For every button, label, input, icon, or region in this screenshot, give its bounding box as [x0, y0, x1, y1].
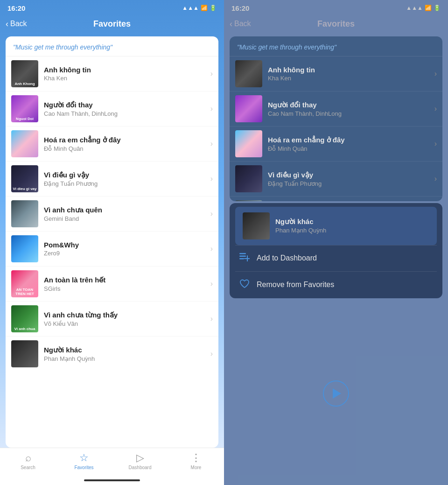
right-time: 16:20	[231, 4, 249, 12]
left-song-item[interactable]: Vì anh chưa quên Gemini Band ›	[6, 197, 218, 232]
chevron-right-icon: ›	[434, 70, 437, 78]
song-title: Anh không tin	[44, 66, 210, 74]
song-info: Vì anh chưa quên Gemini Band	[44, 206, 210, 222]
song-artist: Cao Nam Thành, DinhLong	[44, 110, 210, 117]
song-artist: Đặng Tuấn Phương	[44, 180, 210, 187]
right-song-item[interactable]: Vì anh chưa quên Gemini Band ›	[230, 197, 442, 201]
context-song-artist: Phan Mạnh Quỳnh	[275, 227, 429, 234]
search-icon: ⌕	[25, 452, 31, 464]
right-song-item[interactable]: Hoá ra em chẳng ở đây Đỗ Minh Quân ›	[230, 127, 442, 162]
chevron-right-icon: ›	[210, 350, 213, 358]
song-title: Người đổi thay	[268, 101, 434, 109]
album-art: Nguoi Doi	[11, 95, 38, 122]
song-info: An toàn là trên hết SGirls	[44, 276, 210, 292]
left-status-bar: 16:20 ▲▲▲ 📶 🔋	[0, 0, 224, 14]
signal-icon: ▲▲▲	[182, 5, 199, 11]
song-info: Pom&Why Zero9	[44, 241, 210, 257]
right-battery-icon: 🔋	[434, 5, 441, 11]
left-nav-title: Favorites	[93, 19, 131, 29]
left-back-button[interactable]: ‹ Back	[6, 19, 27, 29]
art-label: Vi anh chua	[12, 327, 37, 331]
chevron-right-icon: ›	[210, 105, 213, 113]
right-song-item[interactable]: Anh không tin Kha Ken ›	[230, 56, 442, 91]
left-nav-bar: ‹ Back Favorites	[0, 14, 224, 36]
context-song-item: Người khác Phan Mạnh Quỳnh	[235, 207, 437, 245]
favorites-icon: ☆	[79, 452, 89, 464]
left-quote-banner: "Music get me through everything"	[6, 36, 218, 56]
tab-more[interactable]: ⋮ More	[168, 452, 224, 470]
tab-more-label: More	[191, 465, 202, 470]
song-artist: Phan Mạnh Quỳnh	[44, 355, 210, 362]
album-art	[235, 95, 262, 122]
left-song-list: Anh Khong Anh không tin Kha Ken › Nguoi …	[6, 56, 218, 448]
add-dashboard-label: Add to Dashboard	[257, 254, 317, 262]
song-artist: Đỗ Minh Quân	[268, 145, 434, 152]
art-label: Anh Khong	[12, 82, 37, 86]
svg-rect-0	[239, 253, 246, 254]
play-button[interactable]	[323, 380, 349, 407]
play-triangle-icon	[333, 388, 341, 399]
art-label: AN TOAN TREN HET	[12, 288, 37, 296]
art-label: Nguoi Doi	[12, 117, 37, 121]
svg-rect-2	[239, 258, 244, 260]
song-info: Vì điều gì vậy Đặng Tuấn Phương	[44, 171, 210, 187]
chevron-right-icon: ›	[434, 175, 437, 183]
tab-indicator	[84, 479, 140, 481]
left-status-icons: ▲▲▲ 📶 🔋	[182, 5, 217, 11]
left-content-card: "Music get me through everything" Anh Kh…	[6, 36, 218, 448]
right-wifi-icon: 📶	[425, 5, 432, 11]
left-time: 16:20	[7, 4, 25, 12]
song-info: Người đổi thay Cao Nam Thành, DinhLong	[44, 101, 210, 117]
song-info: Người khác Phan Mạnh Quỳnh	[44, 346, 210, 362]
right-song-item[interactable]: Vì điều gì vậy Đặng Tuấn Phương ›	[230, 162, 442, 197]
context-song-info: Người khác Phan Mạnh Quỳnh	[275, 218, 429, 234]
tab-dashboard-label: Dashboard	[129, 465, 152, 470]
left-song-item[interactable]: AN TOAN TREN HET An toàn là trên hết SGi…	[6, 267, 218, 302]
left-song-item[interactable]: Anh Khong Anh không tin Kha Ken ›	[6, 56, 218, 91]
more-icon: ⋮	[191, 452, 201, 464]
left-song-item[interactable]: Hoá ra em chẳng ở đây Đỗ Minh Quân ›	[6, 127, 218, 162]
left-song-item[interactable]: Pom&Why Zero9 ›	[6, 232, 218, 267]
song-title: An toàn là trên hết	[44, 276, 210, 284]
right-back-button[interactable]: ‹ Back	[230, 19, 251, 29]
song-title: Hoá ra em chẳng ở đây	[44, 136, 210, 144]
tab-favorites[interactable]: ☆ Favorites	[56, 452, 112, 470]
chevron-right-icon: ›	[210, 210, 213, 218]
playlist-icon	[239, 253, 250, 264]
bottom-play-area	[224, 302, 448, 485]
chevron-right-icon: ›	[210, 70, 213, 78]
song-title: Vì điều gì vậy	[44, 171, 210, 179]
tab-favorites-label: Favorites	[74, 465, 93, 470]
right-song-item[interactable]: Người đổi thay Cao Nam Thành, DinhLong ›	[230, 91, 442, 127]
left-song-item[interactable]: Người khác Phan Mạnh Quỳnh ›	[6, 337, 218, 371]
add-to-dashboard-action[interactable]: Add to Dashboard	[230, 246, 442, 271]
tab-search[interactable]: ⌕ Search	[0, 452, 56, 470]
song-artist: SGirls	[44, 285, 210, 292]
song-title: Vì điều gì vậy	[268, 171, 434, 179]
context-song-title: Người khác	[275, 218, 429, 226]
remove-favorites-action[interactable]: Remove from Favorites	[230, 272, 442, 298]
album-art	[11, 340, 38, 367]
right-quote-text: "Music get me through everything"	[237, 43, 336, 51]
song-artist: Kha Ken	[44, 75, 210, 82]
left-song-item[interactable]: Vi anh chua Vì anh chưa từng thấy Võ Kiề…	[6, 302, 218, 337]
context-album-art	[243, 212, 270, 239]
right-back-label: Back	[234, 20, 251, 28]
left-panel: 16:20 ▲▲▲ 📶 🔋 ‹ Back Favorites "Music ge…	[0, 0, 224, 485]
left-song-item[interactable]: Vi dieu gi vay Vì điều gì vậy Đặng Tuấn …	[6, 162, 218, 197]
song-title: Vì anh chưa quên	[44, 206, 210, 214]
chevron-right-icon: ›	[210, 280, 213, 288]
right-signal-icon: ▲▲▲	[406, 5, 423, 11]
song-title: Người khác	[44, 346, 210, 354]
right-nav-bar: ‹ Back Favorites	[224, 14, 448, 36]
left-quote-text: "Music get me through everything"	[13, 43, 112, 51]
tab-dashboard[interactable]: ▷ Dashboard	[112, 452, 168, 470]
song-artist: Cao Nam Thành, DinhLong	[268, 110, 434, 117]
song-info: Hoá ra em chẳng ở đây Đỗ Minh Quân	[44, 136, 210, 152]
left-song-item[interactable]: Nguoi Doi Người đổi thay Cao Nam Thành, …	[6, 91, 218, 127]
album-art: Vi dieu gi vay	[11, 165, 38, 192]
art-label: Vi dieu gi vay	[12, 187, 37, 191]
album-art: AN TOAN TREN HET	[11, 270, 38, 297]
right-content-card: "Music get me through everything" Anh kh…	[230, 36, 442, 201]
right-status-icons: ▲▲▲ 📶 🔋	[406, 5, 441, 11]
